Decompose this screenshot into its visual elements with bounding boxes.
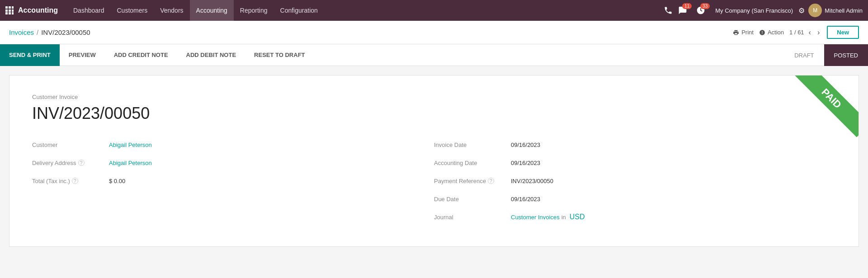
svg-rect-7 <box>9 12 11 14</box>
user-name: Mitchell Admin <box>825 7 863 14</box>
journal-in: in <box>561 214 566 221</box>
due-date-label: Due Date <box>434 196 511 203</box>
svg-rect-4 <box>9 9 11 12</box>
current-invoice: INV/2023/00050 <box>41 28 90 36</box>
prev-arrow[interactable]: ‹ <box>807 28 813 38</box>
invoice-card: PAID Customer Invoice INV/2023/00050 Cus… <box>9 75 859 247</box>
action-toolbar: SEND & PRINT PREVIEW ADD CREDIT NOTE ADD… <box>0 44 868 66</box>
due-date-row: Due Date 09/16/2023 <box>434 191 836 207</box>
phone-icon[interactable] <box>661 4 675 17</box>
payment-reference-row: Payment Reference ? INV/2023/00050 <box>434 173 836 189</box>
activity-icon[interactable]: 33 <box>693 4 708 17</box>
main-content: PAID Customer Invoice INV/2023/00050 Cus… <box>0 66 868 256</box>
status-posted[interactable]: POSTED <box>824 44 868 66</box>
delivery-help-icon[interactable]: ? <box>78 160 85 166</box>
customer-value[interactable]: Abigail Peterson <box>109 141 152 148</box>
accounting-date-row: Accounting Date 09/16/2023 <box>434 155 836 171</box>
preview-button[interactable]: PREVIEW <box>60 44 105 66</box>
total-label: Total (Tax inc.) ? <box>32 178 109 184</box>
total-value: $ 0.00 <box>109 178 125 184</box>
nav-dashboard[interactable]: Dashboard <box>67 0 111 21</box>
settings-icon[interactable]: ⚙ <box>797 5 807 17</box>
nav-vendors[interactable]: Vendors <box>154 0 189 21</box>
add-credit-note-button[interactable]: ADD CREDIT NOTE <box>105 44 177 66</box>
nav-reporting[interactable]: Reporting <box>234 0 274 21</box>
nav-configuration[interactable]: Configuration <box>274 0 324 21</box>
invoice-date-row: Invoice Date 09/16/2023 <box>434 137 836 153</box>
delivery-address-label: Delivery Address ? <box>32 160 109 166</box>
send-print-button[interactable]: SEND & PRINT <box>0 44 60 66</box>
company-name: My Company (San Francisco) <box>715 7 793 14</box>
breadcrumb-separator: / <box>37 28 38 36</box>
next-arrow[interactable]: › <box>816 28 821 38</box>
add-debit-note-button[interactable]: ADD DEBIT NOTE <box>177 44 245 66</box>
delivery-address-value[interactable]: Abigail Peterson <box>109 160 152 166</box>
activity-badge: 33 <box>700 3 710 9</box>
payment-reference-label: Payment Reference ? <box>434 178 511 184</box>
svg-rect-1 <box>9 6 11 9</box>
left-fields: Customer Abigail Peterson Delivery Addre… <box>32 137 434 225</box>
payment-reference-value: INV/2023/00050 <box>511 178 553 184</box>
status-draft[interactable]: DRAFT <box>784 44 824 66</box>
breadcrumb: Invoices / INV/2023/00050 <box>9 28 733 36</box>
status-tabs: DRAFT POSTED <box>784 44 868 66</box>
journal-row: Journal Customer Invoices in USD <box>434 209 836 225</box>
svg-rect-6 <box>5 12 8 14</box>
accounting-date-label: Accounting Date <box>434 160 511 166</box>
nav-accounting[interactable]: Accounting <box>190 0 234 21</box>
total-row: Total (Tax inc.) ? $ 0.00 <box>32 173 434 189</box>
avatar: M <box>808 4 822 17</box>
invoice-date-label: Invoice Date <box>434 141 511 148</box>
invoice-date-value: 09/16/2023 <box>511 141 540 148</box>
invoice-type: Customer Invoice <box>32 94 836 100</box>
app-name: Accounting <box>18 6 58 14</box>
total-help-icon[interactable]: ? <box>72 178 78 184</box>
journal-value[interactable]: Customer Invoices <box>511 214 560 221</box>
apps-icon[interactable] <box>5 6 14 14</box>
payment-ref-help-icon[interactable]: ? <box>488 178 494 184</box>
invoice-fields: Customer Abigail Peterson Delivery Addre… <box>32 137 836 225</box>
print-button[interactable]: Print <box>733 29 754 36</box>
new-button[interactable]: New <box>827 26 859 39</box>
header-actions: Print Action 1 / 61 ‹ › New <box>733 26 859 39</box>
top-navigation: Accounting Dashboard Customers Vendors A… <box>0 0 868 21</box>
due-date-value: 09/16/2023 <box>511 196 540 203</box>
svg-rect-0 <box>5 6 8 9</box>
customer-row: Customer Abigail Peterson <box>32 137 434 153</box>
action-button[interactable]: Action <box>759 29 784 36</box>
nav-customers[interactable]: Customers <box>111 0 154 21</box>
pagination: 1 / 61 ‹ › <box>789 28 821 38</box>
delivery-address-row: Delivery Address ? Abigail Peterson <box>32 155 434 171</box>
svg-rect-2 <box>12 6 14 9</box>
paid-stamp: PAID <box>793 75 859 137</box>
right-fields: Invoice Date 09/16/2023 Accounting Date … <box>434 137 836 225</box>
svg-rect-8 <box>12 12 14 14</box>
chat-icon[interactable]: 11 <box>675 4 690 17</box>
breadcrumb-invoices-link[interactable]: Invoices <box>9 28 34 36</box>
svg-rect-5 <box>12 9 14 12</box>
accounting-date-value: 09/16/2023 <box>511 160 540 166</box>
invoice-number: INV/2023/00050 <box>32 104 836 123</box>
journal-label: Journal <box>434 214 511 221</box>
paid-ribbon: PAID <box>777 75 859 157</box>
chat-badge: 11 <box>682 3 692 9</box>
customer-label: Customer <box>32 141 109 148</box>
svg-rect-3 <box>5 9 8 12</box>
journal-currency[interactable]: USD <box>570 213 585 221</box>
reset-to-draft-button[interactable]: RESET TO DRAFT <box>245 44 314 66</box>
page-header: Invoices / INV/2023/00050 Print Action 1… <box>0 21 868 44</box>
